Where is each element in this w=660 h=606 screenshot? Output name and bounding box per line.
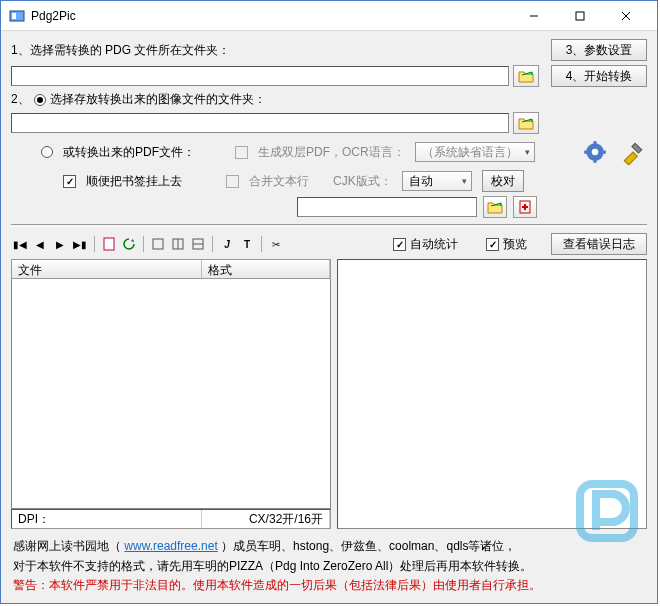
divider — [11, 224, 647, 227]
col-file[interactable]: 文件 — [12, 260, 202, 278]
table-header: 文件 格式 — [11, 259, 331, 279]
view3-icon[interactable] — [189, 235, 207, 253]
merge-text-checkbox — [226, 175, 239, 188]
double-pdf-checkbox — [235, 146, 248, 159]
merge-text-label: 合并文本行 — [249, 173, 309, 190]
auto-stat-label: 自动统计 — [410, 236, 458, 253]
svg-rect-3 — [576, 12, 584, 20]
preview-group: 预览 — [486, 236, 527, 253]
app-window: Pdg2Pic 1、选择需转换的 PDG 文件所在文件夹： 3、参数设置 4、开… — [0, 0, 658, 604]
cjk-label: CJK版式： — [333, 173, 392, 190]
auto-stat-checkbox[interactable] — [393, 238, 406, 251]
mid-input[interactable] — [297, 197, 477, 217]
bookmark-row: 顺便把书签挂上去 合并文本行 CJK版式： 自动 校对 — [11, 170, 647, 192]
mid-icon-row — [11, 196, 537, 218]
open-file-button[interactable] — [483, 196, 507, 218]
step2-input-row — [11, 112, 647, 134]
toolbar-row: ▮◀ ◀ ▶ ▶▮ J T ✂ 自动统计 — [11, 233, 647, 255]
j-icon[interactable]: J — [218, 235, 236, 253]
panels: 文件 格式 DPI： CX/32开/16开 — [11, 259, 647, 529]
cut-icon[interactable]: ✂ — [267, 235, 285, 253]
close-button[interactable] — [603, 1, 649, 31]
first-icon[interactable]: ▮◀ — [11, 235, 29, 253]
footer-line2: 对于本软件不支持的格式，请先用车明的PIZZA（Pdg Into ZeroZer… — [13, 557, 645, 576]
svg-rect-12 — [153, 239, 163, 249]
proof-button[interactable]: 校对 — [482, 170, 524, 192]
window-title: Pdg2Pic — [31, 9, 511, 23]
readfree-link[interactable]: www.readfree.net — [124, 539, 217, 553]
error-log-button[interactable]: 查看错误日志 — [551, 233, 647, 255]
output-folder-radio[interactable] — [34, 94, 46, 106]
pdf-radio-label: 或转换出来的PDF文件： — [63, 144, 195, 161]
params-button[interactable]: 3、参数设置 — [551, 39, 647, 61]
t-icon[interactable]: T — [238, 235, 256, 253]
view2-icon[interactable] — [169, 235, 187, 253]
browse-pdg-button[interactable] — [513, 65, 539, 87]
bookmark-checkbox[interactable] — [63, 175, 76, 188]
output-folder-input[interactable] — [11, 113, 509, 133]
step2-row: 2、 选择存放转换出来的图像文件的文件夹： — [11, 91, 647, 108]
left-panel: 文件 格式 DPI： CX/32开/16开 — [11, 259, 331, 529]
preview-panel — [337, 259, 647, 529]
add-file-button[interactable] — [513, 196, 537, 218]
double-pdf-label: 生成双层PDF，OCR语言： — [258, 144, 405, 161]
footer: 感谢网上读书园地（ www.readfree.net ）成员车明、hstong、… — [11, 533, 647, 597]
file-list[interactable] — [11, 279, 331, 509]
start-button[interactable]: 4、开始转换 — [551, 65, 647, 87]
step1-row: 1、选择需转换的 PDG 文件所在文件夹： 3、参数设置 — [11, 39, 647, 61]
content-area: 1、选择需转换的 PDG 文件所在文件夹： 3、参数设置 4、开始转换 2、 选… — [1, 31, 657, 603]
next-icon[interactable]: ▶ — [51, 235, 69, 253]
step1-label: 1、选择需转换的 PDG 文件所在文件夹： — [11, 42, 230, 59]
status-bar: DPI： CX/32开/16开 — [11, 509, 331, 529]
prev-icon[interactable]: ◀ — [31, 235, 49, 253]
view1-icon[interactable] — [149, 235, 167, 253]
nav-toolbar: ▮◀ ◀ ▶ ▶▮ J T ✂ — [11, 233, 285, 255]
preview-label: 预览 — [503, 236, 527, 253]
last-icon[interactable]: ▶▮ — [71, 235, 89, 253]
step2-label: 选择存放转换出来的图像文件的文件夹： — [50, 91, 266, 108]
pdf-options-row: 或转换出来的PDF文件： 生成双层PDF，OCR语言： （系统缺省语言） — [11, 138, 647, 166]
pdg-folder-input[interactable] — [11, 66, 509, 86]
preview-checkbox[interactable] — [486, 238, 499, 251]
col-format[interactable]: 格式 — [202, 260, 330, 278]
cjk-select[interactable]: 自动 — [402, 171, 472, 191]
maximize-button[interactable] — [557, 1, 603, 31]
tools-wrench-icon[interactable] — [619, 138, 647, 166]
auto-stat-group: 自动统计 — [393, 236, 458, 253]
refresh-icon[interactable] — [120, 235, 138, 253]
footer-warning: 警告：本软件严禁用于非法目的。使用本软件造成的一切后果（包括法律后果）由使用者自… — [13, 576, 645, 595]
step2-prefix: 2、 — [11, 91, 30, 108]
svg-rect-11 — [104, 238, 114, 250]
step1-input-row: 4、开始转换 — [11, 65, 647, 87]
doc-icon[interactable] — [100, 235, 118, 253]
bookmark-label: 顺便把书签挂上去 — [86, 173, 182, 190]
cx-cell: CX/32开/16开 — [202, 510, 330, 528]
settings-gear-icon[interactable] — [581, 138, 609, 166]
app-icon — [9, 8, 25, 24]
browse-output-button[interactable] — [513, 112, 539, 134]
minimize-button[interactable] — [511, 1, 557, 31]
svg-rect-1 — [12, 13, 16, 19]
dpi-cell: DPI： — [12, 510, 202, 528]
ocr-lang-select: （系统缺省语言） — [415, 142, 535, 162]
titlebar: Pdg2Pic — [1, 1, 657, 31]
svg-point-7 — [592, 149, 599, 156]
footer-line1: 感谢网上读书园地（ www.readfree.net ）成员车明、hstong、… — [13, 537, 645, 556]
output-pdf-radio[interactable] — [41, 146, 53, 158]
